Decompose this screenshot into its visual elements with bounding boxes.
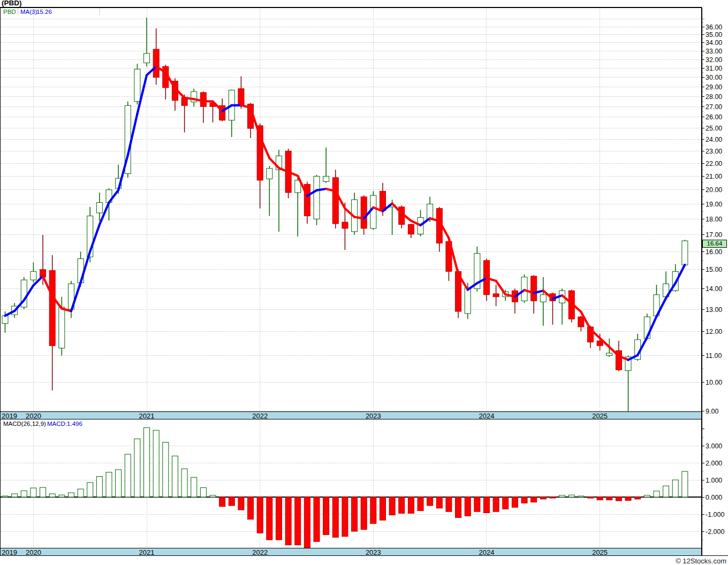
price-axis-label: 29.00 [706,83,722,91]
macd-bar [78,489,84,497]
macd-bar [616,497,621,501]
price-axis-label: 10.00 [706,379,722,386]
price-axis-label: 20.00 [706,186,722,194]
candle [200,91,206,123]
price-axis-label: 22.00 [706,160,722,167]
macd-bar [12,494,18,497]
macd-bar [134,439,140,497]
macd-bar [191,477,197,497]
price-axis: 36.0035.0034.0033.0032.0031.0030.0029.00… [702,19,722,415]
price-axis-label: 13.00 [706,306,722,314]
candle [229,89,234,136]
macd-bar [267,497,272,540]
macd-bar [682,471,688,497]
macd-bar [540,497,546,499]
macd-bar [200,487,206,497]
macd-bar [521,497,527,503]
price-axis-label: 19.00 [706,201,722,208]
macd-bar [578,496,584,497]
macd-bar [465,497,471,516]
candle [332,170,338,228]
candle [295,178,301,236]
macd-bar [96,477,102,497]
macd-bar [559,495,565,497]
price-axis-label: 30.00 [706,74,722,81]
macd-bar [352,497,358,531]
macd-bar [550,497,556,498]
macd-bar [654,491,659,497]
candle [436,207,442,252]
price-axis-label: 31.00 [706,65,722,72]
copyright: © 12Stocks.com [676,557,726,565]
macd-bar [663,486,669,497]
macd-axis-label: 2.000 [706,460,722,467]
macd-bar [361,497,367,530]
price-axis-label: 32.00 [706,56,722,64]
year-label: 2022 [252,548,268,556]
macd-bar [342,497,348,537]
ma-value: 15.26 [36,9,52,15]
price-axis-label: 36.00 [706,24,722,31]
macd-bar [219,497,225,507]
candle [531,275,537,314]
price-axis-label: 25.00 [706,125,722,132]
year-label: 2024 [479,548,495,556]
macd-bar [389,497,395,515]
year-label: 2025 [592,548,608,556]
macd-bar [87,483,93,497]
macd-bar [436,497,442,508]
macd-bar [587,497,593,498]
x-axis-bands: 2019202020212022202320242025201920202021… [0,412,702,556]
macd-bar [427,497,433,506]
macd-axis-label: 3.000 [706,442,722,450]
macd-bar [172,456,178,497]
price-axis-label: 28.00 [706,93,722,101]
macd-axis-label: -1.000 [706,511,724,518]
macd-bar [59,495,65,497]
macd-bar [323,497,329,535]
price-axis-label: 24.00 [706,136,722,143]
macd-bar [229,497,234,506]
price-axis-label: 11.00 [706,352,722,360]
macd-bar [40,487,46,497]
year-label: 2021 [139,412,155,420]
candle [314,175,320,225]
candle [540,277,546,326]
macd-bar [238,497,244,510]
macd-axis-label: 0.000 [706,494,722,501]
macd-bar [512,497,518,507]
candle [68,281,74,318]
year-label: 2023 [366,548,381,556]
year-label: 2022 [252,412,268,420]
price-axis-label: 9.00 [706,408,718,415]
year-label: 2019 [2,548,17,556]
macd-bar [456,497,461,517]
year-label: 2024 [479,412,495,420]
macd-bar [644,495,650,497]
price-axis-label: 33.00 [706,48,722,55]
candle [31,262,36,282]
candle [521,274,527,303]
price-axis-label: 16.00 [706,248,722,256]
price-axis-label: 34.00 [706,39,722,47]
last-price-badge: 16.64 [702,240,727,248]
macd-params-label: MACD(26,12,9) [3,421,46,427]
macd-bar [418,497,423,511]
macd-bar [106,472,112,497]
macd-axis-label: 1.000 [706,477,722,484]
year-label: 2025 [592,412,608,420]
macd-bar [163,442,169,497]
chart-canvas[interactable]: 2019202020212022202320242025201920202021… [0,0,728,565]
symbol-label: PBD [3,9,16,15]
price-axis-label: 26.00 [706,113,722,121]
macd-bar [625,497,631,500]
price-axis-label: 27.00 [706,103,722,111]
macd-bar [285,497,291,545]
macd-bar [210,495,216,497]
ma-label: MA(3) [20,9,37,15]
gridlines [1,7,702,548]
macd-bar [446,497,452,511]
candle [682,240,688,266]
candle [144,18,150,66]
macd-bar [332,497,338,537]
